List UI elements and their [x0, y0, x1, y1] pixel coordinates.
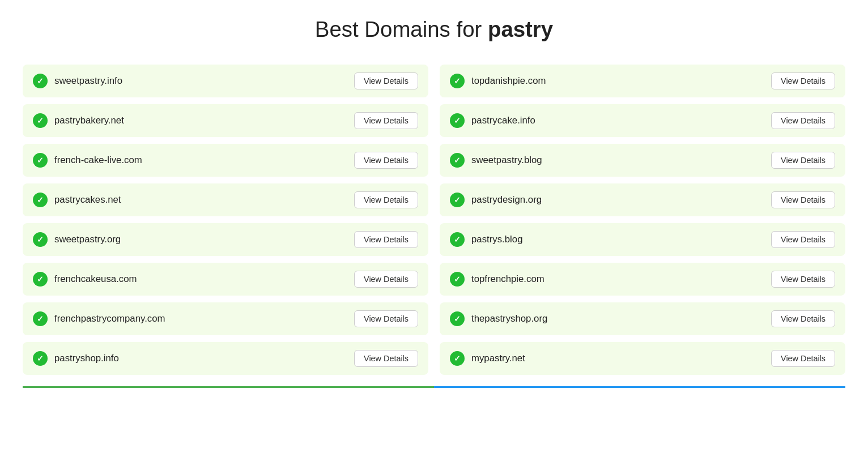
domain-name: mypastry.net [471, 353, 525, 364]
domain-name: french-cake-live.com [54, 155, 142, 166]
domain-name: pastrydesign.org [471, 194, 542, 206]
domain-card: topdanishpie.comView Details [440, 65, 845, 97]
check-icon [33, 153, 48, 168]
check-icon [450, 351, 465, 366]
view-details-button[interactable]: View Details [771, 310, 835, 327]
domain-card: pastrys.blogView Details [440, 223, 845, 256]
domain-card: sweetpastry.orgView Details [23, 223, 428, 256]
domain-card: mypastry.netView Details [440, 342, 845, 375]
check-icon [450, 113, 465, 128]
domain-left: thepastryshop.org [450, 311, 547, 326]
view-details-button[interactable]: View Details [354, 310, 418, 327]
domain-card: pastryshop.infoView Details [23, 342, 428, 375]
domain-left: sweetpastry.org [33, 232, 121, 247]
check-icon [33, 351, 48, 366]
domain-name: topfrenchpie.com [471, 273, 544, 285]
domain-card: french-cake-live.comView Details [23, 144, 428, 177]
title-keyword: pastry [488, 17, 553, 41]
domain-left: pastryshop.info [33, 351, 119, 366]
domain-left: pastrys.blog [450, 232, 522, 247]
domain-name: sweetpastry.info [54, 75, 122, 87]
domain-card: pastrybakery.netView Details [23, 104, 428, 137]
domain-left: french-cake-live.com [33, 153, 142, 168]
check-icon [450, 311, 465, 326]
view-details-button[interactable]: View Details [354, 231, 418, 248]
check-icon [33, 193, 48, 207]
domain-name: topdanishpie.com [471, 75, 546, 87]
check-icon [33, 113, 48, 128]
check-icon [450, 193, 465, 207]
domain-name: frenchpastrycompany.com [54, 313, 165, 324]
view-details-button[interactable]: View Details [771, 271, 835, 288]
check-icon [450, 232, 465, 247]
view-details-button[interactable]: View Details [771, 152, 835, 169]
view-details-button[interactable]: View Details [354, 350, 418, 367]
domain-left: pastrydesign.org [450, 193, 542, 207]
view-details-button[interactable]: View Details [354, 152, 418, 169]
view-details-button[interactable]: View Details [354, 191, 418, 208]
domain-name: pastrycakes.net [54, 194, 121, 206]
view-details-button[interactable]: View Details [771, 350, 835, 367]
domain-card: frenchpastrycompany.comView Details [23, 302, 428, 335]
check-icon [450, 272, 465, 287]
domain-card: pastrydesign.orgView Details [440, 183, 845, 216]
view-details-button[interactable]: View Details [771, 231, 835, 248]
domain-name: pastrycake.info [471, 115, 535, 126]
domain-card: pastrycake.infoView Details [440, 104, 845, 137]
domain-name: pastryshop.info [54, 353, 119, 364]
domain-name: thepastryshop.org [471, 313, 547, 324]
domain-card: frenchcakeusa.comView Details [23, 263, 428, 296]
check-icon [33, 311, 48, 326]
bottom-border [23, 386, 845, 388]
domain-left: frenchcakeusa.com [33, 272, 137, 287]
domain-card: sweetpastry.infoView Details [23, 65, 428, 97]
check-icon [33, 272, 48, 287]
domain-left: pastrybakery.net [33, 113, 124, 128]
view-details-button[interactable]: View Details [354, 112, 418, 129]
domains-grid: sweetpastry.infoView Detailstopdanishpie… [23, 65, 845, 375]
check-icon [33, 74, 48, 88]
domain-left: frenchpastrycompany.com [33, 311, 165, 326]
view-details-button[interactable]: View Details [771, 191, 835, 208]
view-details-button[interactable]: View Details [354, 72, 418, 89]
domain-card: sweetpastry.blogView Details [440, 144, 845, 177]
domain-left: topfrenchpie.com [450, 272, 544, 287]
domain-left: pastrycake.info [450, 113, 535, 128]
check-icon [450, 153, 465, 168]
domain-left: pastrycakes.net [33, 193, 121, 207]
domain-card: pastrycakes.netView Details [23, 183, 428, 216]
check-icon [33, 232, 48, 247]
page-title: Best Domains for pastry [23, 11, 845, 48]
domain-card: thepastryshop.orgView Details [440, 302, 845, 335]
domain-name: frenchcakeusa.com [54, 273, 137, 285]
view-details-button[interactable]: View Details [354, 271, 418, 288]
domain-name: sweetpastry.blog [471, 155, 542, 166]
domain-card: topfrenchpie.comView Details [440, 263, 845, 296]
view-details-button[interactable]: View Details [771, 72, 835, 89]
domain-name: pastrys.blog [471, 234, 522, 245]
domain-left: mypastry.net [450, 351, 525, 366]
view-details-button[interactable]: View Details [771, 112, 835, 129]
domain-left: topdanishpie.com [450, 74, 546, 88]
domain-left: sweetpastry.info [33, 74, 122, 88]
domain-left: sweetpastry.blog [450, 153, 542, 168]
domain-name: pastrybakery.net [54, 115, 124, 126]
domain-name: sweetpastry.org [54, 234, 121, 245]
check-icon [450, 74, 465, 88]
title-prefix: Best Domains for [315, 17, 488, 41]
